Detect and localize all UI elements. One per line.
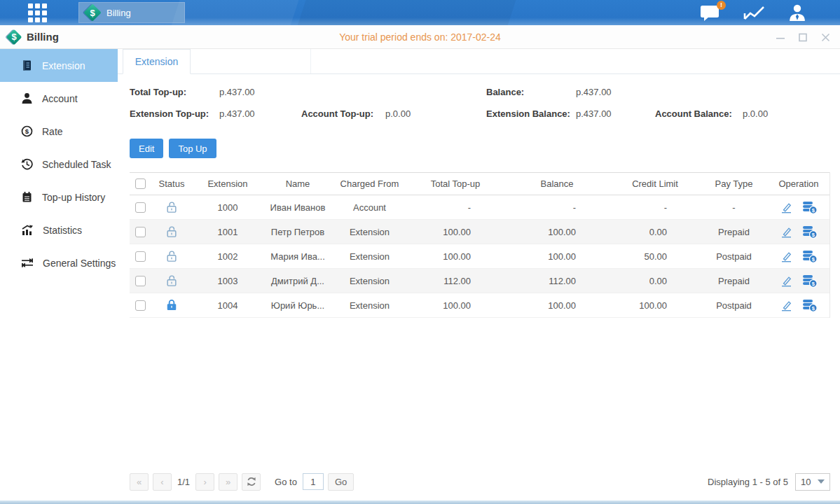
line-chart-icon (743, 4, 766, 22)
window-titlebar: $ Billing Your trial period ends on: 201… (0, 25, 840, 49)
extension-table: Status Extension Name Charged From Total… (130, 172, 830, 318)
top-up-row-button[interactable]: $ (802, 201, 818, 214)
sidebar-item-scheduled-task[interactable]: Scheduled Task (0, 148, 118, 181)
unlocked-icon (165, 249, 179, 263)
status-toggle[interactable] (151, 225, 193, 239)
total-topup-value: p.437.00 (219, 87, 255, 97)
status-toggle[interactable] (151, 274, 193, 288)
edit-row-button[interactable] (780, 300, 792, 312)
edit-row-button[interactable] (780, 275, 792, 287)
cell-extension: 1000 (193, 202, 263, 213)
table-row[interactable]: 1000Иван ИвановAccount----$ (130, 195, 829, 220)
edit-icon (780, 202, 792, 214)
chevron-down-icon (818, 479, 825, 484)
cell-name: Петр Петров (263, 227, 333, 237)
last-page-button[interactable]: » (219, 473, 237, 491)
top-up-row-button[interactable]: $ (802, 225, 818, 239)
app-grid-button[interactable] (24, 3, 50, 22)
sidebar: Extension Account $ Rate Scheduled Task (0, 49, 118, 500)
col-charged-from: Charged From (333, 178, 406, 189)
messages-button[interactable]: ! (700, 4, 721, 22)
trial-notice: Your trial period ends on: 2017-02-24 (0, 31, 840, 43)
row-checkbox[interactable] (135, 300, 146, 311)
go-button[interactable]: Go (328, 473, 354, 491)
cell-total-topup: 100.00 (406, 227, 504, 237)
cell-pay-type: Postpaid (701, 251, 767, 262)
cell-balance: 100.00 (504, 227, 610, 237)
first-page-button[interactable]: « (130, 473, 149, 491)
cell-name: Мария Ива... (263, 251, 333, 262)
cell-pay-type: Prepaid (701, 227, 767, 237)
goto-label: Go to (275, 477, 297, 487)
edit-row-button[interactable] (780, 226, 792, 238)
edit-row-button[interactable] (780, 202, 792, 214)
extension-topup-label: Extension Top-up: (130, 108, 209, 119)
cell-name: Дмитрий Д... (263, 276, 333, 286)
cell-balance: 100.00 (504, 251, 610, 262)
row-checkbox[interactable] (135, 227, 146, 237)
cell-charged-from: Extension (333, 227, 406, 237)
main-content: Extension Total Top-up: p.437.00 Balance… (118, 49, 840, 500)
statistics-button[interactable] (743, 4, 766, 22)
cell-charged-from: Account (333, 202, 406, 213)
maximize-button[interactable] (798, 32, 808, 42)
sidebar-item-label: Statistics (43, 225, 82, 236)
table-row[interactable]: 1003Дмитрий Д...Extension112.00112.000.0… (130, 269, 829, 293)
cell-pay-type: Prepaid (701, 276, 767, 286)
status-toggle[interactable] (151, 249, 193, 263)
top-up-icon: $ (802, 201, 818, 214)
status-toggle[interactable] (151, 298, 193, 312)
sidebar-item-rate[interactable]: $ Rate (0, 115, 118, 148)
page-size-select[interactable]: 10 (795, 473, 830, 491)
cell-balance: 112.00 (504, 276, 610, 286)
sidebar-item-label: Extension (42, 60, 85, 71)
edit-button[interactable]: Edit (130, 139, 163, 158)
locked-icon (165, 298, 179, 312)
taskbar: $ Billing ! (0, 0, 840, 25)
sidebar-item-label: Account (42, 93, 78, 104)
edit-row-button[interactable] (780, 251, 792, 262)
sidebar-item-general-settings[interactable]: General Settings (0, 246, 118, 279)
prev-page-button[interactable]: ‹ (153, 473, 172, 491)
edit-icon (780, 300, 792, 312)
cell-extension: 1002 (193, 251, 263, 262)
user-menu-button[interactable] (788, 4, 806, 22)
top-up-row-button[interactable]: $ (802, 299, 818, 312)
sidebar-item-label: Rate (42, 126, 63, 137)
table-row[interactable]: 1001Петр ПетровExtension100.00100.000.00… (130, 220, 829, 244)
next-page-button[interactable]: › (195, 473, 214, 491)
refresh-button[interactable] (242, 473, 261, 491)
account-balance-value: p.0.00 (743, 108, 768, 119)
select-all-checkbox[interactable] (135, 178, 146, 189)
grid-icon (28, 4, 47, 22)
sidebar-item-label: Scheduled Task (42, 159, 111, 170)
taskbar-tab-billing[interactable]: $ Billing (78, 2, 185, 23)
cell-pay-type: - (701, 202, 767, 213)
tab-extension[interactable]: Extension (123, 49, 191, 74)
top-up-icon: $ (802, 274, 818, 288)
goto-page-input[interactable] (303, 473, 324, 490)
sidebar-item-topup-history[interactable]: Top-up History (0, 181, 118, 214)
col-name: Name (263, 178, 333, 189)
col-credit-limit: Credit Limit (610, 178, 701, 189)
row-checkbox[interactable] (135, 202, 146, 213)
close-button[interactable] (820, 32, 830, 42)
sidebar-item-statistics[interactable]: Statistics (0, 214, 118, 246)
cell-extension: 1004 (193, 300, 263, 311)
sidebar-item-extension[interactable]: Extension (0, 49, 118, 82)
top-up-button[interactable]: Top Up (169, 139, 216, 158)
status-toggle[interactable] (151, 200, 193, 214)
sidebar-item-account[interactable]: Account (0, 82, 118, 115)
cell-name: Юрий Юрь... (263, 300, 333, 311)
maximize-icon (799, 33, 808, 42)
table-row[interactable]: 1002Мария Ива...Extension100.00100.0050.… (130, 244, 829, 269)
minimize-button[interactable] (776, 32, 785, 42)
row-checkbox[interactable] (135, 276, 146, 286)
row-checkbox[interactable] (135, 251, 146, 262)
cell-total-topup: 100.00 (406, 300, 504, 311)
arrows-icon (21, 257, 34, 269)
table-row[interactable]: 1004Юрий Юрь...Extension100.00100.00100.… (130, 293, 829, 318)
top-up-row-button[interactable]: $ (802, 274, 818, 288)
account-topup-value: p.0.00 (385, 108, 411, 119)
top-up-row-button[interactable]: $ (802, 250, 818, 263)
